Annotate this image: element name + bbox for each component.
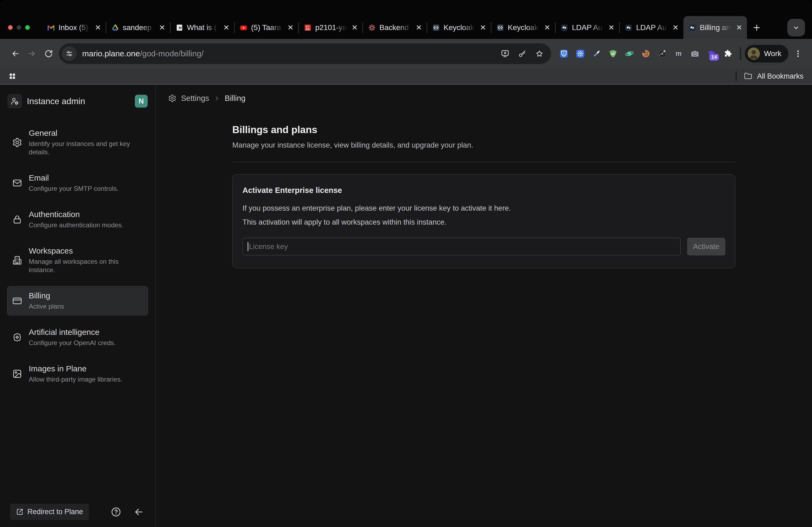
lock-icon xyxy=(12,214,22,225)
help-button[interactable] xyxy=(111,507,121,517)
grad-cap-extension-icon[interactable]: 14 xyxy=(707,49,716,59)
cookie-extension-icon[interactable] xyxy=(641,49,651,59)
sidebar-item-artificial-intelligence[interactable]: Artificial intelligenceConfigure your Op… xyxy=(7,322,148,352)
browser-tab[interactable]: LDAP Au✕ xyxy=(555,16,619,39)
dark-globe-extension-icon[interactable] xyxy=(657,49,667,59)
browser-tab[interactable]: Keycloak✕ xyxy=(427,16,491,39)
sidebar-item-description: Configure authentication modes. xyxy=(29,221,124,229)
tab-close-icon[interactable]: ✕ xyxy=(286,23,294,32)
redirect-to-plane-button[interactable]: Redirect to Plane xyxy=(10,504,89,520)
browser-tab[interactable]: VLDBp2101-ya✕ xyxy=(299,16,362,39)
sidebar-item-workspaces[interactable]: WorkspacesManage all workspaces on this … xyxy=(7,241,148,279)
install-app-button[interactable] xyxy=(501,49,510,58)
new-tab-button[interactable] xyxy=(747,16,766,39)
svg-text:m: m xyxy=(676,50,682,57)
traffic-lights xyxy=(0,16,42,39)
svg-text:DB: DB xyxy=(306,28,309,30)
browser-tab-active[interactable]: Billing an✕ xyxy=(683,16,747,39)
bookmark-star-button[interactable] xyxy=(535,49,544,58)
all-bookmarks-label: All Bookmarks xyxy=(757,72,803,80)
apps-grid-button[interactable] xyxy=(9,73,16,80)
tab-close-icon[interactable]: ✕ xyxy=(415,23,423,32)
settings-gear-icon xyxy=(168,94,176,103)
tab-close-icon[interactable]: ✕ xyxy=(479,23,487,32)
breadcrumb-billing[interactable]: Billing xyxy=(225,94,245,103)
browser-tab[interactable]: (5) Taara✕ xyxy=(235,16,298,39)
shield-check-extension-icon[interactable] xyxy=(608,49,618,59)
m-letter-extension-icon[interactable]: m xyxy=(674,49,683,59)
all-bookmarks-button[interactable]: All Bookmarks xyxy=(736,71,803,81)
keycloak-icon xyxy=(496,24,504,32)
tab-title: Backend xyxy=(379,23,411,32)
tab-close-icon[interactable]: ✕ xyxy=(543,23,551,32)
plane-icon xyxy=(688,24,696,32)
address-bar[interactable]: mario.plane.one/god-mode/billing/ xyxy=(59,44,551,64)
tab-close-icon[interactable]: ✕ xyxy=(222,23,230,32)
avatar xyxy=(748,47,760,60)
tab-close-icon[interactable]: ✕ xyxy=(350,23,359,32)
back-button[interactable] xyxy=(7,45,24,62)
window-zoom-button[interactable] xyxy=(25,25,30,30)
browser-window: Inbox (5)✕sandeep✕MWhat is (✕(5) Taara✕V… xyxy=(0,0,812,527)
site-info-button[interactable] xyxy=(62,46,77,61)
external-link-icon xyxy=(16,508,23,515)
sidebar-item-images-in-plane[interactable]: Images in PlaneAllow third-party image l… xyxy=(7,359,148,389)
profile-chip[interactable]: Work xyxy=(745,45,788,62)
browser-tab[interactable]: LDAP Au✕ xyxy=(620,16,683,39)
eyedropper-extension-icon[interactable] xyxy=(592,49,601,59)
star-icon xyxy=(535,49,544,58)
plus-icon xyxy=(752,23,761,32)
planet-extension-icon[interactable] xyxy=(625,49,634,59)
browser-tab[interactable]: Keycloak✕ xyxy=(491,16,555,39)
tab-strip: Inbox (5)✕sandeep✕MWhat is (✕(5) Taara✕V… xyxy=(0,0,812,39)
sidebar-item-general[interactable]: GeneralIdentify your instances and get k… xyxy=(7,123,148,161)
puzzle-extension-icon[interactable] xyxy=(723,49,733,59)
tab-title: LDAP Au xyxy=(572,23,604,32)
section-divider xyxy=(232,162,736,162)
claude-icon xyxy=(368,24,376,32)
extension-badge: 14 xyxy=(709,54,719,61)
license-key-input[interactable] xyxy=(243,238,681,255)
page-title: Instance admin xyxy=(27,96,130,106)
tab-title: p2101-ya xyxy=(315,23,347,32)
plane-icon xyxy=(625,24,633,32)
url-text[interactable]: mario.plane.one/god-mode/billing/ xyxy=(82,49,495,58)
tab-title: What is ( xyxy=(187,23,219,32)
url-host: mario.plane.one xyxy=(82,49,140,58)
tab-search-button[interactable] xyxy=(787,19,805,36)
reload-button[interactable] xyxy=(40,45,57,62)
sidebar-item-email[interactable]: EmailConfigure your SMTP controls. xyxy=(7,168,148,198)
card-line1: If you possess an enterprise plan, pleas… xyxy=(243,204,725,212)
user-initial-badge[interactable]: N xyxy=(135,95,148,108)
tab-close-icon[interactable]: ✕ xyxy=(94,23,102,32)
bookmarks-separator xyxy=(736,71,737,81)
window-close-button[interactable] xyxy=(8,25,13,30)
window-minimize-button[interactable] xyxy=(17,25,21,30)
tab-close-icon[interactable]: ✕ xyxy=(671,23,680,32)
chevron-right-icon xyxy=(214,95,220,102)
browser-menu-button[interactable] xyxy=(791,47,805,61)
breadcrumb-settings[interactable]: Settings xyxy=(181,94,209,103)
forward-button[interactable] xyxy=(24,45,40,62)
browser-tab[interactable]: Inbox (5)✕ xyxy=(42,16,106,39)
sidebar-item-label: Authentication xyxy=(29,210,124,219)
sidebar-item-label: Workspaces xyxy=(29,246,142,255)
collapse-sidebar-button[interactable] xyxy=(134,507,144,517)
bitwarden-shield-extension-icon[interactable] xyxy=(559,49,569,59)
camera-extension-icon[interactable] xyxy=(690,49,700,59)
text-caret xyxy=(248,242,248,251)
activate-button[interactable]: Activate xyxy=(687,238,725,255)
browser-tab[interactable]: sandeep✕ xyxy=(106,16,170,39)
key-icon xyxy=(518,49,527,58)
sunburst-extension-icon[interactable] xyxy=(576,49,585,59)
apps-grid-icon xyxy=(9,73,16,80)
sidebar-item-billing[interactable]: BillingActive plans xyxy=(7,286,148,316)
password-manager-button[interactable] xyxy=(518,49,527,58)
sidebar-item-authentication[interactable]: AuthenticationConfigure authentication m… xyxy=(7,205,148,234)
license-row: Activate xyxy=(243,238,725,255)
tab-close-icon[interactable]: ✕ xyxy=(158,23,166,32)
tab-close-icon[interactable]: ✕ xyxy=(735,23,743,32)
browser-tab[interactable]: Backend✕ xyxy=(363,16,427,39)
tab-close-icon[interactable]: ✕ xyxy=(607,23,615,32)
browser-tab[interactable]: MWhat is (✕ xyxy=(171,16,234,39)
